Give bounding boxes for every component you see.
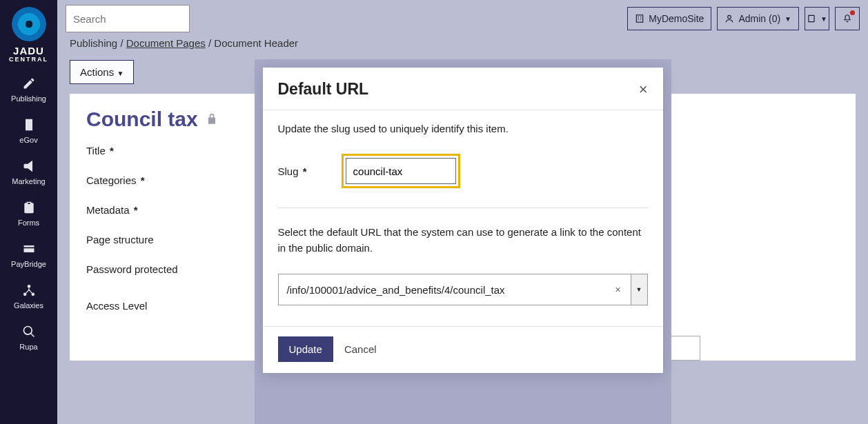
modal-description: Select the default URL that the system c…	[278, 225, 648, 256]
sidebar-item-label: Marketing	[12, 177, 45, 185]
clipboard-icon	[22, 201, 36, 214]
sidebar-item-label: Forms	[18, 219, 39, 227]
topbar-right: MyDemoSite Admin (0) ▼ ▼	[627, 7, 860, 30]
sidebar-item-label: Galaxies	[14, 301, 43, 310]
slug-input-highlight	[342, 154, 460, 188]
sidebar-item-label: eGov	[19, 136, 37, 144]
breadcrumb: Publishing / Document Pages / Document H…	[57, 37, 868, 56]
user-label: Admin (0)	[738, 13, 780, 24]
search-box[interactable]	[66, 5, 190, 32]
chevron-down-icon: ▼	[636, 286, 642, 293]
search-input[interactable]	[73, 13, 204, 25]
chevron-down-icon: ▼	[820, 15, 827, 23]
url-dropdown-toggle[interactable]: ▼	[631, 274, 647, 305]
search-icon	[22, 325, 36, 339]
network-icon	[22, 283, 36, 297]
url-select-value: /info/100001/advice_and_benefits/4/counc…	[279, 274, 606, 305]
book-icon	[807, 14, 816, 23]
notifications-button[interactable]	[835, 7, 860, 30]
user-menu-button[interactable]: Admin (0) ▼	[717, 7, 799, 30]
sidebar-item-publishing[interactable]: Publishing	[0, 70, 57, 111]
building-icon	[22, 118, 36, 132]
svg-point-0	[28, 285, 30, 287]
divider	[278, 208, 648, 208]
sidebar-item-forms[interactable]: Forms	[0, 194, 57, 235]
close-icon: ×	[639, 81, 648, 98]
sidebar-item-marketing[interactable]: Marketing	[0, 152, 57, 194]
modal-body: Update the slug used to uniquely identif…	[263, 110, 663, 326]
svg-rect-3	[637, 15, 643, 23]
modal-header: Default URL ×	[263, 68, 663, 110]
sidebar-item-galaxies[interactable]: Galaxies	[0, 276, 57, 318]
modal-intro-text: Update the slug used to uniquely identif…	[278, 123, 648, 134]
modal-footer: Update Cancel	[263, 326, 663, 373]
brand-subtitle: CENTRAL	[9, 56, 48, 63]
breadcrumb-current: Document Header	[214, 37, 298, 49]
pencil-icon	[22, 77, 36, 90]
default-url-modal: Default URL × Update the slug used to un…	[263, 68, 663, 373]
svg-point-1	[23, 293, 26, 295]
sidebar-item-egov[interactable]: eGov	[0, 111, 57, 152]
site-icon	[635, 14, 644, 23]
brand-logo: JADU CENTRAL	[9, 4, 48, 63]
sidebar-item-rupa[interactable]: Rupa	[0, 318, 57, 359]
svg-point-4	[728, 15, 731, 19]
sidebar-item-label: Rupa	[19, 343, 37, 351]
chevron-down-icon: ▼	[785, 15, 791, 23]
breadcrumb-item[interactable]: Document Pages	[126, 37, 206, 49]
close-button[interactable]: ×	[639, 82, 648, 97]
slug-label: Slug	[278, 165, 299, 177]
sidebar-item-label: Publishing	[11, 94, 46, 103]
user-icon	[724, 14, 734, 23]
brand-name: JADU	[13, 46, 44, 56]
clear-url-button[interactable]: ×	[606, 274, 631, 305]
modal-overlay: Default URL × Update the slug used to un…	[57, 59, 868, 424]
sidebar-item-paybridge[interactable]: PayBridge	[0, 235, 57, 276]
topbar: MyDemoSite Admin (0) ▼ ▼	[57, 0, 868, 37]
book-menu-button[interactable]: ▼	[805, 7, 829, 30]
sidebar: JADU CENTRAL Publishing eGov Marketing F…	[0, 0, 57, 424]
update-button[interactable]: Update	[278, 336, 333, 362]
logo-icon	[12, 7, 46, 41]
card-icon	[22, 242, 36, 256]
bullhorn-icon	[22, 159, 36, 173]
cancel-button[interactable]: Cancel	[344, 343, 377, 355]
url-select[interactable]: /info/100001/advice_and_benefits/4/counc…	[278, 274, 648, 305]
slug-field: Slug *	[278, 154, 648, 188]
bell-icon	[842, 14, 852, 23]
slug-input[interactable]	[346, 158, 456, 184]
modal-title: Default URL	[278, 80, 369, 99]
site-switcher-button[interactable]: MyDemoSite	[627, 7, 711, 30]
sidebar-item-label: PayBridge	[11, 260, 46, 268]
notification-badge	[850, 10, 855, 15]
site-name: MyDemoSite	[649, 13, 704, 24]
breadcrumb-item[interactable]: Publishing	[70, 37, 117, 49]
svg-point-2	[32, 293, 34, 295]
